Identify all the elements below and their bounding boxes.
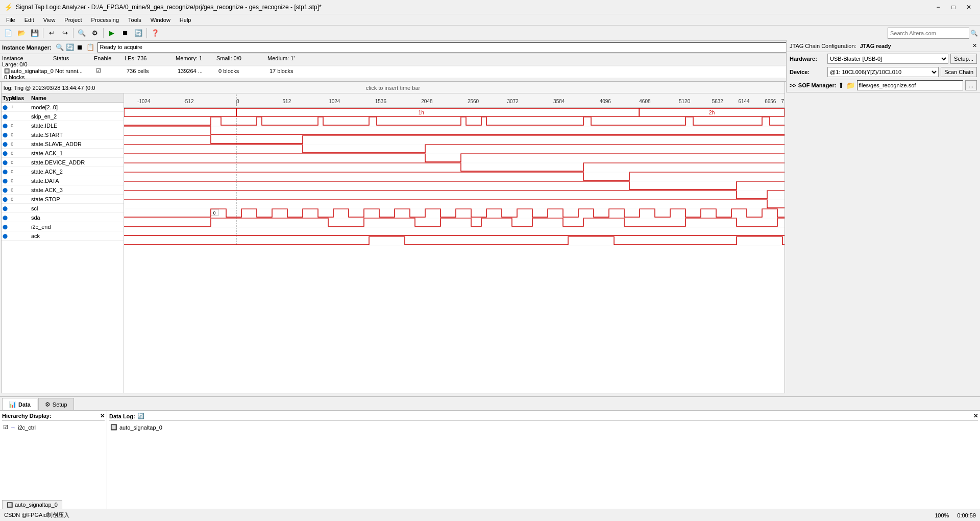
run-button[interactable]: ▶: [106, 27, 118, 39]
row-enable[interactable]: ☑: [96, 67, 127, 74]
col-alias: Alias: [11, 95, 31, 101]
maximize-button[interactable]: □: [946, 2, 961, 13]
signal-icon-6: ⬤: [3, 160, 11, 165]
sof-upload-icon[interactable]: ⬆: [838, 81, 844, 89]
toolbar: 📄 📂 💾 ↩ ↪ 🔍 ⚙ ▶ ⏹ 🔄 ❓ 🔍: [0, 26, 980, 41]
jtag-status: JTAG ready: [860, 43, 891, 49]
row-instance: 🔲 auto_signaltap_0: [4, 68, 55, 74]
menu-view[interactable]: View: [39, 16, 60, 24]
refresh-button[interactable]: 🔄: [132, 27, 144, 39]
hierarchy-item-i2c[interactable]: ☑ → i2c_ctrl: [2, 423, 105, 432]
sof-path-input[interactable]: [857, 80, 963, 90]
hardware-label: Hardware:: [790, 56, 825, 62]
datalog-panel: Data Log: 🔄 ✕ 🔲 auto_signaltap_0: [107, 411, 980, 509]
jtag-close-btn[interactable]: ✕: [972, 42, 977, 49]
hierarchy-check[interactable]: ☑: [3, 424, 8, 431]
signal-name-1: skip_en_2: [31, 113, 124, 120]
time-display: 0:00:59: [957, 512, 976, 518]
hardware-select[interactable]: USB-Blaster [USB-0]: [827, 54, 948, 64]
signal-row-skipen[interactable]: ⬤ skip_en_2: [2, 112, 124, 121]
title-bar: ⚡ Signal Tap Logic Analyzer - D:/A_FPGA/…: [0, 0, 980, 14]
signal-row-ack[interactable]: ⬤ ack: [2, 231, 124, 241]
hierarchy-close[interactable]: ✕: [100, 413, 105, 419]
menu-project[interactable]: Project: [60, 16, 86, 24]
sof-browse-button[interactable]: ...: [965, 80, 977, 90]
instance-add-btn[interactable]: 📋: [85, 43, 95, 52]
hierarchy-title: Hierarchy Display: ✕: [2, 413, 105, 421]
row-memory: 139264 ...: [178, 68, 218, 74]
svg-text:2048: 2048: [421, 99, 433, 104]
svg-text:5120: 5120: [679, 99, 691, 104]
svg-text:2560: 2560: [468, 99, 479, 104]
svg-rect-20: [236, 108, 639, 116]
waves-svg[interactable]: 1h 2h: [124, 108, 785, 246]
datalog-close[interactable]: ✕: [973, 413, 978, 419]
menu-window[interactable]: Window: [146, 16, 175, 24]
signal-name-11: scl: [31, 205, 124, 211]
menu-edit[interactable]: Edit: [20, 16, 38, 24]
menu-help[interactable]: Help: [176, 16, 195, 24]
signal-alias-9: c: [11, 187, 31, 193]
help-button[interactable]: ❓: [149, 27, 161, 39]
bottom-panel: 📊 Data ⚙ Setup Hierarchy Display: ✕ ☑ → …: [0, 396, 980, 509]
search-altera-input[interactable]: [888, 28, 969, 39]
undo-button[interactable]: ↩: [45, 27, 58, 39]
svg-text:6144: 6144: [738, 99, 750, 104]
new-button[interactable]: 📄: [2, 27, 14, 39]
signal-row-ack3[interactable]: ⬤ c state.ACK_3: [2, 185, 124, 195]
datalog-item-0[interactable]: 🔲 auto_signaltap_0: [109, 423, 978, 432]
redo-button[interactable]: ↪: [59, 27, 71, 39]
signal-row-stop[interactable]: ⬤ c state.STOP: [2, 195, 124, 204]
signal-row-idle[interactable]: ⬤ c state.IDLE: [2, 121, 124, 130]
signal-row-slave-addr[interactable]: ⬤ c state.SLAVE_ADDR: [2, 139, 124, 149]
signal-row-sda[interactable]: ⬤ sda: [2, 213, 124, 222]
signal-icon-7: ⬤: [3, 169, 11, 174]
signal-row-ack1[interactable]: ⬤ c state.ACK_1: [2, 149, 124, 158]
menu-processing[interactable]: Processing: [87, 16, 123, 24]
signal-icon-2: ⬤: [3, 123, 11, 128]
minimize-button[interactable]: −: [931, 2, 945, 13]
instance-stop-btn[interactable]: ⏹: [75, 43, 85, 52]
signal-name-9: state.ACK_3: [31, 187, 124, 193]
signal-row-mode[interactable]: ⬤ + mode[2..0]: [2, 103, 124, 112]
signal-row-dev-addr[interactable]: ⬤ c state.DEVICE_ADDR: [2, 158, 124, 167]
waveform-canvas-area[interactable]: -1024 -512 0 512 1024 1536 2048 2560 307…: [124, 93, 785, 393]
device-select[interactable]: @1: 10CL006(Y[Z)/10CL010: [827, 67, 939, 77]
search-button[interactable]: 🔍: [76, 27, 88, 39]
tab-data[interactable]: 📊 Data: [2, 398, 37, 410]
wave-sda: [124, 218, 785, 226]
menu-tools[interactable]: Tools: [124, 16, 145, 24]
stop-button[interactable]: ⏹: [119, 27, 131, 39]
signal-icon-12: ⬤: [3, 215, 11, 220]
tab-setup[interactable]: ⚙ Setup: [38, 398, 74, 410]
signal-row-data[interactable]: ⬤ c state.DATA: [2, 176, 124, 185]
hierarchy-panel: Hierarchy Display: ✕ ☑ → i2c_ctrl: [0, 411, 107, 509]
sof-folder-icon[interactable]: 📁: [846, 81, 855, 89]
save-button[interactable]: 💾: [29, 27, 41, 39]
signal-icon-13: ⬤: [3, 224, 11, 229]
svg-text:0: 0: [236, 99, 239, 104]
signal-alias-2: c: [11, 123, 31, 128]
sof-prefix: >>: [790, 82, 796, 88]
instance-refresh-btn[interactable]: 🔄: [65, 43, 75, 52]
signal-name-10: state.STOP: [31, 196, 124, 202]
signal-name-7: state.ACK_2: [31, 169, 124, 175]
status-info: CSDN @FPGAid制创压入: [4, 511, 69, 519]
signal-alias-4: c: [11, 141, 31, 147]
jtag-hardware-row: Hardware: USB-Blaster [USB-0] Setup...: [787, 52, 980, 65]
signal-alias-3: c: [11, 132, 31, 137]
signal-row-scl[interactable]: ⬤ scl: [2, 204, 124, 213]
signal-row-i2cend[interactable]: ⬤ i2c_end: [2, 222, 124, 231]
open-button[interactable]: 📂: [15, 27, 28, 39]
signal-row-start[interactable]: ⬤ c state.START: [2, 130, 124, 139]
wave-idle: [124, 126, 785, 134]
close-button[interactable]: ✕: [962, 2, 976, 13]
settings-button[interactable]: ⚙: [89, 27, 101, 39]
instance-search-btn[interactable]: 🔍: [55, 43, 65, 52]
instance-tab[interactable]: 🔲 auto_signaltap_0: [2, 500, 62, 509]
scan-chain-button[interactable]: Scan Chain: [941, 67, 977, 77]
menu-file[interactable]: File: [2, 16, 19, 24]
setup-button[interactable]: Setup...: [950, 54, 977, 64]
datalog-refresh-icon[interactable]: 🔄: [137, 413, 144, 419]
signal-row-ack2[interactable]: ⬤ c state.ACK_2: [2, 167, 124, 176]
